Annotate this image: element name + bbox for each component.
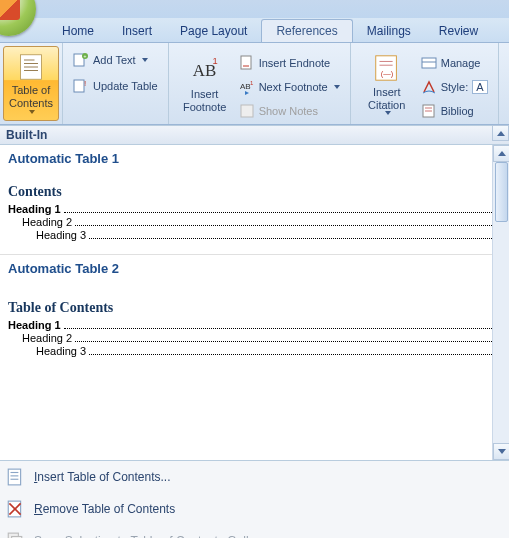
gallery-item-automatic-table-1[interactable]: Automatic Table 1 Contents Heading 1 1 H… — [0, 145, 509, 255]
gallery-item-automatic-table-2[interactable]: Automatic Table 2 Table of Contents Head… — [0, 255, 509, 370]
manage-icon — [421, 55, 437, 71]
chevron-down-icon — [29, 110, 35, 114]
svg-rect-21 — [422, 58, 436, 68]
menu-remove-toc[interactable]: Remove Table of Contents — [0, 493, 509, 525]
style-selector[interactable]: Style: A — [417, 76, 492, 98]
ribbon: Table of Contents + Add Text ! Update Ta… — [0, 43, 509, 125]
bibliography-icon — [421, 103, 437, 119]
toc-button-label: Table of Contents — [9, 84, 53, 109]
toc-row-2: Heading 2 1 — [8, 216, 501, 228]
tab-page-layout[interactable]: Page Layout — [166, 20, 261, 42]
table-of-contents-icon — [17, 53, 45, 81]
template-title: Automatic Table 1 — [8, 147, 501, 176]
toc-heading: Table of Contents — [8, 300, 501, 316]
svg-text:!: ! — [84, 79, 86, 88]
svg-rect-12 — [241, 56, 251, 69]
svg-rect-8 — [74, 80, 84, 92]
svg-text:1: 1 — [212, 56, 217, 66]
insert-toc-icon — [6, 468, 24, 486]
remove-toc-icon — [6, 500, 24, 518]
save-selection-icon — [6, 532, 24, 538]
update-table-label: Update Table — [93, 80, 158, 92]
gallery-section-builtin: Built-In — [0, 125, 509, 145]
menu-insert-toc[interactable]: Insert Table of Contents... — [0, 461, 509, 493]
tab-mailings[interactable]: Mailings — [353, 20, 425, 42]
svg-text:(—): (—) — [380, 68, 393, 77]
scroll-arrow-down[interactable] — [493, 443, 509, 460]
manage-label: Manage — [441, 57, 481, 69]
ribbon-tabs: Home Insert Page Layout References Maili… — [0, 18, 509, 43]
add-text-label: Add Text — [93, 54, 136, 66]
svg-rect-16 — [241, 105, 253, 117]
scroll-up-button[interactable] — [492, 125, 509, 141]
style-icon — [421, 79, 437, 95]
chevron-down-icon — [142, 58, 148, 62]
toc-gallery: Built-In Automatic Table 1 Contents Head… — [0, 125, 509, 538]
svg-rect-26 — [8, 469, 20, 485]
insert-footnote-label: Insert Footnote — [183, 88, 226, 113]
insert-footnote-button[interactable]: AB 1 Insert Footnote — [175, 46, 235, 122]
bibliography-label: Bibliog — [441, 105, 474, 117]
scroll-thumb[interactable] — [495, 162, 508, 222]
show-notes-button: Show Notes — [235, 100, 344, 122]
insert-citation-icon: (—) — [372, 53, 402, 83]
next-footnote-icon: AB1 — [239, 79, 255, 95]
template-title: Automatic Table 2 — [8, 257, 501, 286]
tab-references[interactable]: References — [261, 19, 352, 42]
gallery-menu: Insert Table of Contents... Remove Table… — [0, 461, 509, 538]
bibliography-button[interactable]: Bibliog — [417, 100, 492, 122]
tab-home[interactable]: Home — [48, 20, 108, 42]
menu-save-selection: Save Selection to Table of Contents Gall… — [0, 525, 509, 538]
insert-endnote-label: Insert Endnote — [259, 57, 331, 69]
next-footnote-button[interactable]: AB1 Next Footnote — [235, 76, 344, 98]
gallery-scrollbar[interactable] — [492, 145, 509, 460]
next-footnote-label: Next Footnote — [259, 81, 328, 93]
add-text-icon: + — [73, 52, 89, 68]
style-value[interactable]: A — [472, 80, 487, 94]
style-label: Style: — [441, 81, 469, 93]
tab-review[interactable]: Review — [425, 20, 492, 42]
toc-heading: Contents — [8, 184, 501, 200]
scroll-arrow-up[interactable] — [493, 145, 509, 162]
chevron-down-icon — [385, 111, 391, 115]
toc-row-1: Heading 1 1 — [8, 203, 501, 215]
toc-row-3: Heading 3 1 — [8, 229, 501, 241]
show-notes-label: Show Notes — [259, 105, 318, 117]
update-table-button[interactable]: ! Update Table — [69, 75, 162, 97]
insert-endnote-button[interactable]: Insert Endnote — [235, 52, 344, 74]
chevron-down-icon — [334, 85, 340, 89]
tab-insert[interactable]: Insert — [108, 20, 166, 42]
insert-endnote-icon — [239, 55, 255, 71]
svg-text:1: 1 — [250, 80, 254, 86]
toc-row-1: Heading 1 1 — [8, 319, 501, 331]
svg-text:+: + — [84, 53, 87, 59]
insert-citation-button[interactable]: (—) Insert Citation — [357, 46, 417, 122]
toc-row-2: Heading 2 1 — [8, 332, 501, 344]
show-notes-icon — [239, 103, 255, 119]
insert-citation-label: Insert Citation — [368, 86, 405, 111]
table-of-contents-button[interactable]: Table of Contents — [3, 46, 59, 121]
manage-sources-button[interactable]: Manage — [417, 52, 492, 74]
update-table-icon: ! — [73, 78, 89, 94]
toc-row-3: Heading 3 1 — [8, 345, 501, 357]
insert-footnote-icon: AB 1 — [190, 55, 220, 85]
add-text-button[interactable]: + Add Text — [69, 49, 162, 71]
